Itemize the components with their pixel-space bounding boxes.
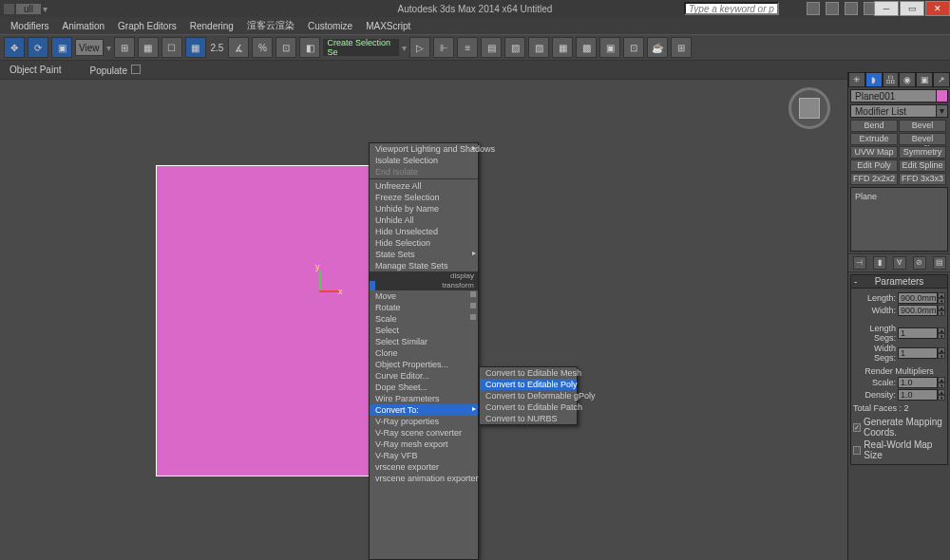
modifier-button[interactable]: FFD 3x3x3 — [899, 173, 946, 185]
help-icon[interactable] — [807, 2, 820, 15]
search-input[interactable] — [684, 2, 779, 15]
select-scale-icon[interactable]: ▣ — [51, 37, 72, 58]
tool-icon[interactable]: ☐ — [162, 37, 182, 58]
menu-item[interactable]: Rotate — [370, 302, 478, 313]
menu-item[interactable]: Unhide All — [370, 215, 478, 226]
layers-icon[interactable]: ▤ — [481, 37, 502, 58]
pin-stack-icon[interactable]: ⊣ — [853, 256, 866, 270]
scale-spinner[interactable]: ▴▾ — [938, 377, 945, 388]
named-selection-dropdown[interactable]: Create Selection Se — [323, 39, 399, 56]
maximize-button[interactable]: ▭ — [900, 1, 924, 16]
menu-item[interactable]: Move — [370, 290, 478, 302]
modifier-button[interactable]: Edit Poly — [850, 159, 898, 172]
refcoord-dropdown[interactable]: View — [75, 39, 104, 56]
schematic-icon[interactable]: ▨ — [528, 37, 549, 58]
menu-animation[interactable]: Animation — [56, 21, 111, 31]
display-tab[interactable]: ▣ — [916, 72, 933, 87]
modifier-button[interactable]: FFD 2x2x2 — [850, 173, 898, 185]
render-frame-icon[interactable]: ▣ — [599, 37, 620, 58]
menu-item[interactable]: V-Ray scene converter — [370, 427, 478, 439]
show-end-icon[interactable]: ▮ — [873, 256, 886, 270]
tool-icon[interactable]: ▦ — [138, 37, 159, 58]
populate-toggle[interactable] — [131, 65, 141, 74]
menu-item[interactable]: Convert to Editable Patch — [480, 401, 577, 413]
menu-item[interactable]: Viewport Lighting and Shadows▸ — [370, 143, 478, 155]
modifier-list-dropdown[interactable]: Modifier List▾ — [850, 104, 948, 118]
menu-modifiers[interactable]: Modifiers — [4, 21, 56, 31]
modifier-button[interactable]: Bevel — [899, 120, 946, 132]
object-paint-tab[interactable]: Object Paint — [10, 65, 61, 75]
menu-item[interactable]: Wire Parameters — [370, 393, 478, 404]
modifier-button[interactable]: Bevel Profile — [899, 133, 946, 145]
tool-icon[interactable]: ◧ — [299, 37, 320, 58]
wsegs-input[interactable]: 1 — [898, 347, 938, 359]
select-move-icon[interactable]: ✥ — [4, 37, 25, 58]
angle-snap-icon[interactable]: ∡ — [228, 37, 249, 58]
gen-mapping-checkbox[interactable]: ✓ — [853, 423, 861, 432]
stack-item-plane[interactable]: Plane — [853, 191, 945, 202]
render-icon[interactable]: ⊡ — [623, 37, 644, 58]
menu-item[interactable]: vrscene animation exporter — [370, 473, 478, 484]
modify-tab[interactable]: ◗ — [865, 72, 883, 87]
select-rotate-icon[interactable]: ⟳ — [28, 37, 48, 58]
lsegs-input[interactable]: 1 — [898, 327, 938, 339]
width-input[interactable]: 900.0mm — [898, 305, 938, 316]
menu-item[interactable]: Manage State Sets — [370, 260, 478, 271]
close-button[interactable]: ✕ — [925, 1, 950, 16]
tool-icon[interactable]: ⊡ — [276, 37, 296, 58]
menu-item[interactable]: Select Similar — [370, 336, 478, 347]
hierarchy-tab[interactable]: 品 — [883, 72, 900, 87]
modifier-button[interactable]: Extrude — [850, 133, 898, 145]
utilities-tab[interactable]: ↗ — [933, 72, 950, 87]
menu-item[interactable]: Convert to Deformable gPoly — [480, 390, 577, 401]
populate-tab[interactable]: Populate — [89, 65, 140, 76]
remove-mod-icon[interactable]: ⊘ — [913, 256, 926, 270]
modifier-button[interactable]: Edit Spline — [899, 159, 946, 172]
unique-icon[interactable]: ∀ — [893, 256, 906, 270]
density-spinner[interactable]: ▴▾ — [938, 389, 945, 401]
menu-item[interactable]: Object Properties... — [370, 359, 478, 370]
menu-item[interactable]: Convert to Editable Poly — [480, 379, 577, 390]
scale-input[interactable]: 1.0 — [898, 377, 938, 388]
minimize-button[interactable]: ─ — [874, 1, 899, 16]
signin-icon[interactable] — [826, 2, 839, 15]
menu-item[interactable]: Unfreeze All — [370, 180, 478, 192]
object-name-field[interactable]: Plane001 — [850, 89, 948, 103]
teapot-icon[interactable]: ☕ — [647, 37, 668, 58]
full-dropdown[interactable]: ull — [16, 4, 41, 14]
wsegs-spinner[interactable]: ▴▾ — [938, 347, 945, 359]
menu-item[interactable]: Clone — [370, 347, 478, 359]
menu-item[interactable]: Freeze Selection — [370, 192, 478, 203]
align-icon[interactable]: ⊩ — [433, 37, 454, 58]
tool-icon[interactable]: ⊞ — [671, 37, 692, 58]
menu-item[interactable]: V-Ray mesh export — [370, 439, 478, 450]
modifier-button[interactable]: UVW Map — [850, 146, 898, 159]
material-icon[interactable]: ▦ — [552, 37, 573, 58]
motion-tab[interactable]: ◉ — [899, 72, 916, 87]
length-input[interactable]: 900.0mm — [898, 292, 938, 304]
menu-item[interactable]: Isolate Selection — [370, 155, 478, 166]
menu-maxscript[interactable]: MAXScript — [359, 21, 417, 31]
percent-snap-icon[interactable]: % — [252, 37, 273, 58]
modifier-stack[interactable]: Plane — [850, 187, 948, 252]
align-icon[interactable]: ≡ — [457, 37, 478, 58]
menu-item[interactable]: Convert To:▸ — [370, 404, 478, 416]
menu-item[interactable]: Curve Editor... — [370, 370, 478, 382]
menu-rendering[interactable]: Rendering — [183, 21, 240, 31]
menu-customize[interactable]: Customize — [301, 21, 359, 31]
menu-item[interactable]: Convert to Editable Mesh — [480, 367, 577, 379]
modifier-button[interactable]: Bend — [850, 120, 898, 132]
menu-item[interactable]: State Sets▸ — [370, 249, 478, 260]
create-tab[interactable]: ✳ — [848, 72, 865, 87]
real-world-checkbox[interactable] — [853, 446, 861, 455]
menu-item[interactable]: Select — [370, 325, 478, 336]
viewcube[interactable] — [788, 87, 830, 129]
lsegs-spinner[interactable]: ▴▾ — [938, 327, 945, 339]
viewport[interactable]: y x z Viewport Lighting and Shadows▸Isol… — [0, 80, 847, 560]
menu-graph-editors[interactable]: Graph Editors — [111, 21, 183, 31]
rollout-header[interactable]: -Parameters — [850, 274, 948, 289]
menu-item[interactable]: vrscene exporter — [370, 461, 478, 473]
config-icon[interactable]: ▤ — [933, 256, 946, 270]
menu-item[interactable]: Dope Sheet... — [370, 382, 478, 393]
menu-item[interactable]: V-Ray properties — [370, 416, 478, 427]
